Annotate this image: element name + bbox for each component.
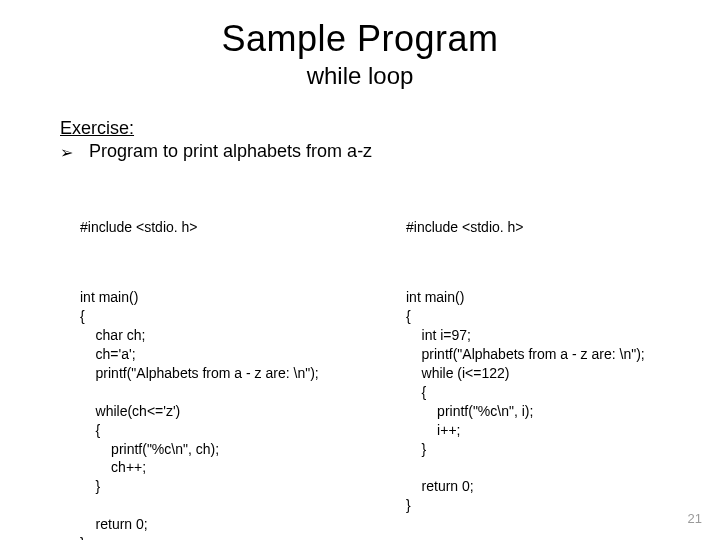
- slide-title: Sample Program: [0, 18, 720, 60]
- code-right: #include <stdio. h> int main() { int i=9…: [406, 180, 706, 540]
- exercise-block: Exercise: ➢ Program to print alphabets f…: [60, 118, 720, 162]
- code-right-body: int main() { int i=97; printf("Alphabets…: [406, 288, 706, 515]
- code-columns: #include <stdio. h> int main() { char ch…: [80, 180, 720, 540]
- arrow-bullet-icon: ➢: [60, 143, 73, 162]
- bullet-row: ➢ Program to print alphabets from a-z: [60, 141, 720, 162]
- exercise-label: Exercise:: [60, 118, 720, 139]
- code-right-include: #include <stdio. h>: [406, 218, 706, 237]
- bullet-text: Program to print alphabets from a-z: [89, 141, 372, 162]
- code-left-body: int main() { char ch; ch='a'; printf("Al…: [80, 288, 370, 540]
- page-number: 21: [688, 511, 702, 526]
- code-left-include: #include <stdio. h>: [80, 218, 370, 237]
- slide-subtitle: while loop: [0, 62, 720, 90]
- code-left: #include <stdio. h> int main() { char ch…: [80, 180, 370, 540]
